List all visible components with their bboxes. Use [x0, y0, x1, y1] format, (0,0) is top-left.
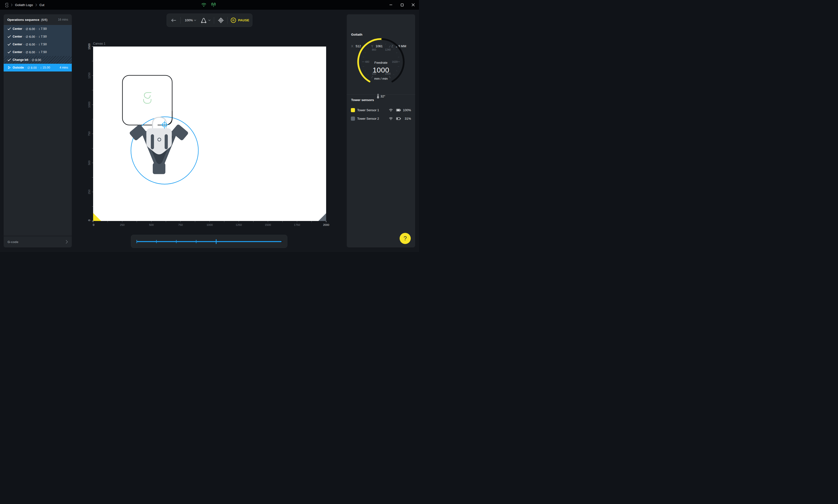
- operation-row[interactable]: Center·∅ 6.00·↕ 7.50: [4, 48, 72, 56]
- sensor-battery-percent: 100%: [401, 108, 411, 112]
- check-icon: [7, 43, 11, 46]
- operation-diameter: ∅ 6.00: [26, 35, 35, 38]
- robot-slot-left: [151, 134, 154, 149]
- operation-row[interactable]: Center·∅ 6.00·↕ 7.50: [4, 25, 72, 33]
- timeline-playhead[interactable]: [216, 239, 216, 244]
- close-button[interactable]: [411, 2, 416, 7]
- y-axis-ruler: 0250500750100012501500: [88, 43, 93, 221]
- operation-name: Center: [13, 27, 22, 31]
- breadcrumb-page[interactable]: Cut: [39, 3, 45, 7]
- operation-name: Center: [13, 43, 22, 46]
- goliath-logo-icon: [5, 3, 8, 7]
- svg-text:1750: 1750: [294, 223, 300, 226]
- feedrate-gauge: 100480860124016202000 Feedrate 1000 mm /…: [354, 36, 408, 90]
- operation-depth: ↕ 15.00: [40, 66, 50, 69]
- temperature-value: 32°: [381, 94, 385, 98]
- svg-text:250: 250: [120, 223, 125, 226]
- separator-dot: ·: [36, 43, 37, 46]
- help-button[interactable]: ?: [400, 233, 411, 244]
- operation-name: Outside: [13, 66, 24, 69]
- operation-row[interactable]: Center·∅ 6.00·↕ 7.50: [4, 33, 72, 40]
- sensor-color-swatch: [351, 116, 355, 121]
- chevron-down-icon: [208, 20, 210, 21]
- svg-text:1500: 1500: [88, 43, 91, 50]
- svg-text:1250: 1250: [236, 223, 242, 226]
- operation-diameter: ∅ 6.00: [26, 43, 35, 46]
- timeline-tick: [137, 240, 137, 243]
- gauge-title: Feedrate: [354, 61, 408, 65]
- svg-text:500: 500: [88, 160, 91, 165]
- chevron-right-icon: [11, 4, 13, 6]
- canvas-viewport[interactable]: Canvas 1: [87, 41, 332, 230]
- play-icon: [7, 66, 11, 69]
- operation-time: 4 mins: [60, 66, 68, 69]
- minimize-button[interactable]: [388, 2, 393, 7]
- svg-text:0: 0: [88, 219, 91, 221]
- operations-count: (6/6): [41, 18, 48, 21]
- antenna-icon: [211, 3, 216, 7]
- timeline-tick: [176, 240, 176, 243]
- x-label: X: [351, 44, 353, 48]
- zoom-dropdown[interactable]: 100%: [181, 14, 199, 26]
- breadcrumb: Goliath Logo Cut: [5, 0, 45, 10]
- timeline-end-cap: [281, 240, 282, 243]
- pause-icon: [231, 17, 236, 23]
- zoom-level: 100%: [185, 18, 193, 22]
- wifi-icon: [201, 3, 206, 7]
- target-position-button[interactable]: [214, 14, 227, 26]
- maximize-button[interactable]: [400, 2, 404, 7]
- breadcrumb-project[interactable]: Goliath Logo: [15, 3, 33, 7]
- separator-dot: ·: [36, 27, 37, 31]
- tower-sensors-title: Tower sensors: [351, 98, 374, 102]
- canvas-work-area[interactable]: [93, 47, 326, 221]
- operations-list: Center·∅ 6.00·↕ 7.50Center·∅ 6.00·↕ 7.50…: [4, 25, 72, 71]
- chevron-right-icon: [66, 240, 68, 244]
- timeline-tick: [196, 240, 196, 243]
- svg-text:1000: 1000: [88, 102, 91, 108]
- operation-name: Center: [13, 50, 22, 54]
- robot-view-dropdown[interactable]: [199, 14, 214, 26]
- check-icon: [7, 51, 11, 54]
- svg-text:1250: 1250: [88, 72, 91, 79]
- svg-text:750: 750: [88, 131, 91, 136]
- operations-panel: Operations sequence (6/6) 16 mins Center…: [4, 14, 72, 247]
- operation-row[interactable]: Center·∅ 6.00·↕ 7.50: [4, 40, 72, 48]
- battery-icon: [396, 109, 401, 111]
- machine-panel: Goliath X 512 Y 1061 Z 1.8 MM 1004808601…: [347, 14, 415, 247]
- sensor-row[interactable]: Tower Sensor 231%: [347, 114, 415, 123]
- check-icon: [7, 58, 11, 61]
- operation-row[interactable]: Outside·∅ 8.00·↕ 15.004 mins: [4, 64, 72, 71]
- pause-button[interactable]: PAUSE: [228, 14, 252, 26]
- operation-row[interactable]: Change bit·∅ 8.00: [4, 56, 72, 64]
- separator-dot: ·: [23, 43, 24, 46]
- chevron-down-icon: [194, 20, 196, 21]
- timeline-slider[interactable]: [137, 241, 282, 242]
- thermometer-icon: [377, 94, 380, 98]
- gauge-value: 1000: [354, 66, 408, 74]
- canvas-label: Canvas 1: [93, 42, 105, 45]
- separator-dot: ·: [38, 66, 39, 69]
- operations-total-time: 16 mins: [58, 18, 68, 21]
- operation-diameter: ∅ 8.00: [32, 58, 41, 62]
- svg-text:500: 500: [149, 223, 154, 226]
- operation-depth: ↕ 7.50: [38, 35, 47, 38]
- svg-text:1000: 1000: [207, 223, 213, 226]
- separator-dot: ·: [23, 27, 24, 31]
- operations-title: Operations sequence: [7, 18, 39, 21]
- back-button[interactable]: [167, 14, 180, 26]
- robot-spindle: [158, 138, 161, 141]
- timeline-panel: [131, 235, 287, 248]
- operation-name: Change bit: [13, 58, 28, 61]
- gcode-expander[interactable]: G-code: [4, 236, 72, 247]
- operation-depth: ↕ 7.50: [38, 27, 47, 31]
- svg-text:250: 250: [88, 190, 91, 194]
- battery-icon: [396, 117, 401, 120]
- sensor-row[interactable]: Tower Sensor 1100%: [347, 106, 415, 114]
- x-axis-ruler: 025050075010001250150017502000: [93, 221, 329, 226]
- operation-diameter: ∅ 8.00: [28, 66, 37, 70]
- svg-text:2000: 2000: [323, 223, 329, 226]
- help-label: ?: [403, 235, 407, 242]
- svg-text:1240: 1240: [385, 48, 391, 51]
- operation-depth: ↕ 7.50: [38, 50, 47, 54]
- robot-icon: [200, 17, 207, 23]
